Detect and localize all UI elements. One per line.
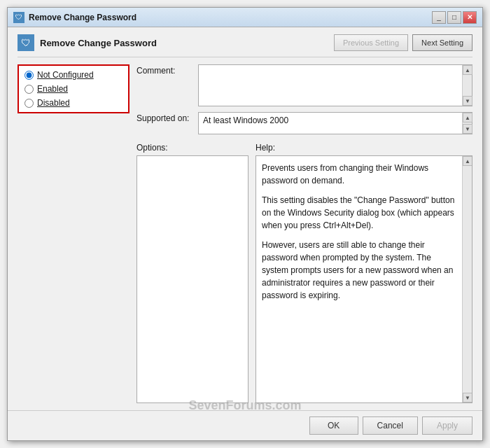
next-setting-button[interactable]: Next Setting — [412, 34, 472, 51]
header-icon: 🛡 — [18, 34, 34, 51]
help-paragraph: Prevents users from changing their Windo… — [262, 162, 456, 187]
help-scrollbar[interactable]: ▲ ▼ — [462, 156, 472, 402]
right-panel: Comment: ▲ ▼ Supported on: At least Wind… — [136, 64, 472, 403]
dialog-window: 🛡 Remove Change Password _ □ ✕ 🛡 Remove … — [7, 7, 483, 441]
supported-scroll-up[interactable]: ▲ — [463, 113, 472, 122]
scroll-up-arrow[interactable]: ▲ — [463, 65, 472, 75]
nav-buttons: Previous Setting Next Setting — [334, 34, 472, 51]
previous-setting-button[interactable]: Previous Setting — [334, 34, 408, 51]
dialog-title: Remove Change Password — [40, 38, 334, 48]
window-title: Remove Change Password — [29, 13, 432, 22]
radio-enabled[interactable]: Enabled — [24, 84, 122, 94]
radio-enabled-input[interactable] — [24, 85, 34, 94]
main-body: Not Configured Enabled Disabled Comm — [18, 64, 472, 403]
supported-label: Supported on: — [136, 112, 192, 123]
scroll-down-arrow[interactable]: ▼ — [463, 96, 472, 106]
options-section: Options: — [136, 143, 248, 403]
dialog-header: 🛡 Remove Change Password Previous Settin… — [18, 34, 472, 57]
options-box — [136, 155, 248, 403]
options-label: Options: — [136, 143, 248, 153]
maximize-button[interactable]: □ — [447, 11, 461, 24]
bottom-area: Options: Help: Prevents users from chang… — [136, 143, 472, 403]
help-section: Help: Prevents users from changing their… — [255, 143, 472, 403]
help-text: Prevents users from changing their Windo… — [256, 156, 472, 402]
radio-disabled[interactable]: Disabled — [24, 98, 122, 108]
supported-scroll-down[interactable]: ▼ — [463, 124, 472, 134]
close-button[interactable]: ✕ — [463, 11, 477, 24]
minimize-button[interactable]: _ — [432, 11, 446, 24]
footer: OK Cancel Apply — [8, 410, 482, 440]
comment-scrollbar[interactable]: ▲ ▼ — [462, 65, 472, 106]
title-bar: 🛡 Remove Change Password _ □ ✕ — [8, 8, 482, 27]
radio-disabled-label: Disabled — [37, 98, 70, 108]
radio-enabled-label: Enabled — [37, 84, 68, 94]
radio-group: Not Configured Enabled Disabled — [18, 64, 130, 113]
comment-box[interactable]: ▲ ▼ — [198, 64, 472, 106]
radio-disabled-input[interactable] — [24, 99, 34, 108]
supported-scrollbar[interactable]: ▲ ▼ — [462, 113, 472, 134]
help-scroll-down[interactable]: ▼ — [463, 393, 472, 402]
help-scroll-up[interactable]: ▲ — [463, 156, 472, 166]
comment-section: Comment: ▲ ▼ — [136, 64, 472, 106]
supported-section: Supported on: At least Windows 2000 ▲ ▼ — [136, 112, 472, 134]
help-label: Help: — [255, 143, 472, 153]
cancel-button[interactable]: Cancel — [363, 416, 418, 435]
help-paragraph: This setting disables the "Change Passwo… — [262, 194, 456, 232]
radio-not-configured[interactable]: Not Configured — [24, 70, 122, 80]
dialog-content: 🛡 Remove Change Password Previous Settin… — [8, 27, 482, 410]
help-content-box: Prevents users from changing their Windo… — [255, 155, 472, 403]
help-scroll-track — [463, 166, 472, 393]
scroll-track — [463, 75, 472, 96]
supported-value: At least Windows 2000 — [203, 115, 288, 125]
window-icon: 🛡 — [13, 12, 24, 23]
ok-button[interactable]: OK — [309, 416, 358, 435]
left-panel: Not Configured Enabled Disabled — [18, 64, 130, 403]
help-paragraph: However, users are still able to change … — [262, 239, 456, 302]
comment-label: Comment: — [136, 64, 192, 76]
apply-button[interactable]: Apply — [422, 416, 472, 435]
supported-value-box: At least Windows 2000 ▲ ▼ — [198, 112, 472, 134]
title-bar-buttons: _ □ ✕ — [432, 11, 477, 24]
radio-not-configured-input[interactable] — [24, 71, 34, 80]
radio-not-configured-label: Not Configured — [37, 70, 94, 80]
